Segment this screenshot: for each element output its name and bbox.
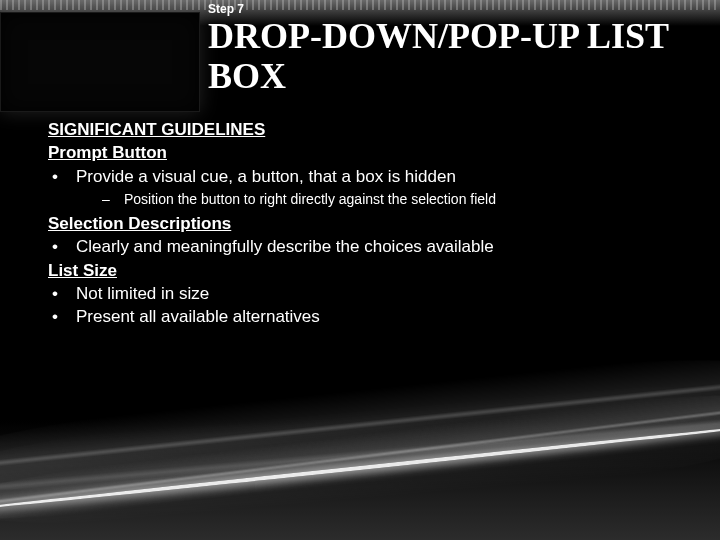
- bullet-dot-icon: •: [48, 165, 76, 188]
- top-tick-marks: [0, 0, 720, 10]
- sub-bullet-item: – Position the button to right directly …: [48, 190, 680, 209]
- bullet-text: Not limited in size: [76, 282, 680, 305]
- step-label: Step 7: [208, 2, 244, 16]
- slide-content: SIGNIFICANT GUIDELINES Prompt Button • P…: [48, 118, 680, 329]
- bottom-gradient: [0, 420, 720, 540]
- bullet-dot-icon: •: [48, 235, 76, 258]
- heading-prompt-button: Prompt Button: [48, 141, 680, 164]
- bullet-item: • Not limited in size: [48, 282, 680, 305]
- top-left-accent-square: [0, 12, 200, 112]
- bullet-item: • Present all available alternatives: [48, 305, 680, 328]
- bullet-text: Present all available alternatives: [76, 305, 680, 328]
- bullet-item: • Provide a visual cue, a button, that a…: [48, 165, 680, 188]
- bullet-text: Clearly and meaningfully describe the ch…: [76, 235, 680, 258]
- sub-bullet-dash-icon: –: [102, 190, 124, 209]
- bullet-dot-icon: •: [48, 282, 76, 305]
- slide-title: DROP-DOWN/POP-UP LIST BOX: [208, 16, 700, 97]
- heading-significant-guidelines: SIGNIFICANT GUIDELINES: [48, 118, 680, 141]
- sub-bullet-text: Position the button to right directly ag…: [124, 190, 496, 209]
- bullet-item: • Clearly and meaningfully describe the …: [48, 235, 680, 258]
- heading-list-size: List Size: [48, 259, 680, 282]
- heading-selection-descriptions: Selection Descriptions: [48, 212, 680, 235]
- bullet-dot-icon: •: [48, 305, 76, 328]
- bullet-text: Provide a visual cue, a button, that a b…: [76, 165, 680, 188]
